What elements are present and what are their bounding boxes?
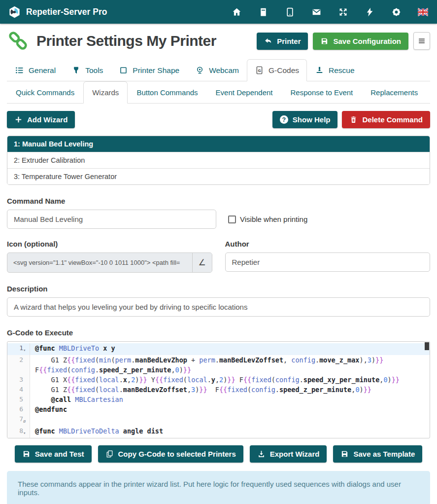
line-number: 9 — [19, 438, 23, 438]
tab-webcam[interactable]: Webcam — [187, 59, 247, 81]
expand-icon[interactable] — [338, 7, 348, 17]
subtab-button-commands[interactable]: Button Commands — [128, 81, 206, 104]
hamburger-icon — [417, 36, 427, 46]
code-line: 3 G1 X{{fixed(local.x,2)}} Y{{fixed(loca… — [7, 375, 430, 385]
show-help-button[interactable]: ? Show Help — [272, 111, 338, 128]
subtab-quick-commands[interactable]: Quick Commands — [7, 81, 83, 104]
code-text[interactable]: @endfunc — [30, 404, 430, 414]
code-text[interactable]: G1 X{{fixed(local.x,2)}} Y{{fixed(local.… — [30, 375, 430, 385]
author-input[interactable] — [225, 252, 431, 272]
command-name-label: Command Name — [7, 197, 430, 205]
code-text[interactable] — [30, 414, 430, 426]
wizard-list-item[interactable]: 2: Extruder Calibration — [7, 152, 430, 169]
info-box: These commands appear in the printer wiz… — [7, 471, 430, 504]
tab-label: Rescue — [329, 66, 355, 75]
export-wizard-button[interactable]: Export Wizard — [250, 445, 327, 463]
line-number: 3 — [19, 375, 23, 385]
line-number-gutter: 6 — [7, 404, 30, 414]
code-text[interactable]: G1 Z{{fixed(local.manBedLevZoffset,3)}} … — [30, 385, 430, 395]
menu-button[interactable] — [413, 32, 430, 50]
wizard-list: 1: Manual Bed Leveling2: Extruder Calibr… — [7, 136, 430, 185]
save-as-template-button[interactable]: Save as Template — [333, 445, 422, 463]
add-wizard-button[interactable]: Add Wizard — [7, 111, 75, 128]
delete-command-button[interactable]: Delete Command — [342, 111, 430, 128]
line-number: 2 — [19, 355, 23, 365]
code-text[interactable]: @func MBLDriveToDelta angle dist — [30, 426, 430, 438]
page-header: Printer Settings My Printer Printer Save… — [0, 24, 437, 57]
line-number: 5 — [19, 395, 23, 404]
brand-title: Repetier-Server Pro — [26, 7, 107, 17]
line-number: 7 — [19, 414, 23, 424]
tablet-icon[interactable] — [285, 7, 295, 17]
code-line: 8▾@func MBLDriveToDelta angle dist — [7, 426, 430, 438]
gcode-editor[interactable]: 1▾@func MBLDriveTo x y2 G1 Z{{fixed(min(… — [7, 341, 430, 438]
editor-scrollbar[interactable] — [425, 342, 429, 350]
subtab-wizards[interactable]: Wizards — [83, 81, 128, 104]
tab-printer-shape[interactable]: Printer Shape — [111, 59, 187, 81]
icon-field: <svg version="1.1" viewBox="-10 0 1011 1… — [7, 252, 212, 273]
code-text[interactable]: @call MBLCartesian — [30, 395, 430, 404]
back-arrow-icon — [264, 37, 272, 45]
settings-tabbar: GeneralToolsPrinter ShapeWebcamGG-CodesR… — [7, 59, 430, 81]
line-number-gutter[interactable]: 1▾ — [7, 343, 30, 355]
line-number-gutter: 7ø — [7, 414, 30, 426]
page-title: Printer Settings My Printer — [36, 33, 216, 49]
gear-icon[interactable] — [391, 7, 402, 17]
line-number-gutter: 5 — [7, 395, 30, 404]
code-text[interactable]: @func MBLDriveTo x y — [30, 343, 430, 355]
trash-icon — [349, 115, 358, 124]
visible-when-printing-option[interactable]: Visible when printing — [228, 215, 307, 223]
wizard-actions: Save and TestCopy G-Code to selected Pri… — [7, 445, 430, 463]
tab-g-codes[interactable]: GG-Codes — [247, 59, 307, 81]
tab-general[interactable]: General — [7, 59, 64, 81]
line-number-gutter: 4 — [7, 385, 30, 395]
save-icon — [22, 450, 31, 458]
icon-preview-button[interactable]: ∠ — [192, 253, 212, 272]
printer-icon[interactable] — [258, 7, 269, 17]
line-number-gutter[interactable]: 8▾ — [7, 426, 30, 438]
copy-g-code-to-selected-printers-button[interactable]: Copy G-Code to selected Printers — [98, 445, 243, 463]
wizard-list-item[interactable]: 1: Manual Bed Leveling — [7, 136, 430, 152]
tab-label: G-Codes — [269, 66, 299, 75]
save-configuration-button-top[interactable]: Save Configuration — [313, 33, 408, 50]
line-number-gutter: 2 — [7, 355, 30, 375]
bolt-icon[interactable] — [365, 7, 375, 17]
chain-link-icon — [7, 30, 30, 52]
fold-arrow-icon[interactable]: ▾ — [23, 343, 30, 355]
icon-svg-value: <svg version="1.1" viewBox="-10 0 1011 1… — [7, 253, 192, 272]
question-icon: ? — [280, 115, 288, 124]
gcode-subtabbar: Quick CommandsWizardsButton CommandsEven… — [7, 81, 430, 104]
fold-arrow-icon[interactable]: ▾ — [23, 426, 30, 438]
flag-icon[interactable] — [418, 7, 428, 17]
gcode-label: G-Code to Execute — [7, 328, 430, 337]
mail-icon[interactable] — [311, 7, 322, 17]
line-number-gutter: 9 — [7, 438, 30, 438]
nozzle-icon — [71, 66, 81, 75]
save-and-test-button[interactable]: Save and Test — [15, 445, 92, 463]
subtab-response-to-event[interactable]: Response to Event — [282, 81, 362, 104]
angle-icon: ∠ — [198, 257, 205, 268]
description-input[interactable] — [7, 297, 430, 317]
app-brand: Repetier-Server Pro — [8, 5, 107, 19]
download-icon — [257, 450, 266, 458]
author-label: Author — [225, 240, 431, 248]
command-name-input[interactable] — [7, 210, 216, 229]
code-text[interactable]: G1 Z{{fixed(min(perm.manBedLevZhop + per… — [30, 438, 430, 438]
subtab-event-dependent[interactable]: Event Dependent — [207, 81, 282, 104]
printer-button[interactable]: Printer — [257, 33, 308, 50]
line-number: 8 — [19, 426, 23, 436]
visible-when-printing-checkbox[interactable] — [228, 216, 236, 223]
list-icon — [15, 66, 24, 75]
wizard-list-item[interactable]: 3: Temperature Tower Generator — [7, 169, 430, 184]
subtab-replacements[interactable]: Replacements — [362, 81, 427, 104]
code-text[interactable]: G1 Z{{fixed(min(perm.manBedLevZhop + per… — [30, 355, 430, 375]
tab-label: Printer Shape — [133, 66, 179, 75]
home-icon[interactable] — [232, 7, 242, 17]
gfile-icon: G — [255, 66, 264, 75]
tab-rescue[interactable]: Rescue — [307, 59, 363, 81]
code-line: 7ø — [7, 414, 430, 426]
code-line: 6@endfunc — [7, 404, 430, 414]
code-line: 4 G1 Z{{fixed(local.manBedLevZoffset,3)}… — [7, 385, 430, 395]
tab-tools[interactable]: Tools — [64, 59, 111, 81]
webcam-icon — [195, 66, 204, 75]
